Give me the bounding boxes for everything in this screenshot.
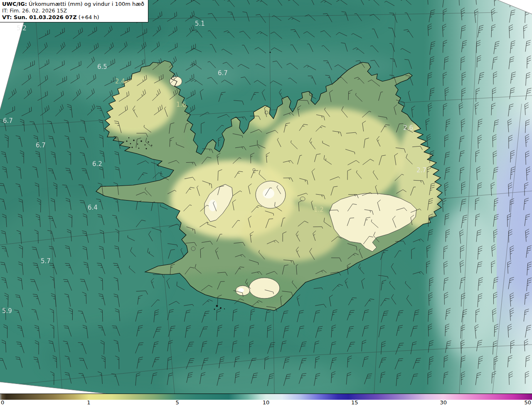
contour-label: 6.7 bbox=[218, 69, 228, 77]
title-box: UWC/IG: Úrkomumætti (mm) og vindur i 100… bbox=[0, 0, 148, 22]
weather-map: 5.25.16.56.72.41.66.72.66.76.22.76.41.25… bbox=[0, 0, 532, 394]
colorbar-tick-label: 1 bbox=[87, 399, 90, 406]
colorbar-tick-label: 5 bbox=[176, 399, 179, 406]
contour-label: 5.7 bbox=[41, 257, 51, 265]
colorbar-gradient bbox=[0, 394, 532, 400]
contour-label: 2.6 bbox=[403, 124, 413, 132]
contour-label: 6.5 bbox=[97, 63, 107, 71]
myrdalsjokull-glacier bbox=[249, 278, 280, 298]
contour-label: 6.7 bbox=[3, 117, 13, 125]
weather-map-viewport: 5.25.16.56.72.41.66.72.66.76.22.76.41.25… bbox=[0, 0, 532, 406]
colorbar-tick-label: 0 bbox=[1, 399, 4, 406]
valid-offset: (+64 h) bbox=[79, 14, 99, 20]
contour-label: 5.9 bbox=[2, 307, 12, 315]
contour-label: 5.2 bbox=[17, 24, 27, 32]
model-label: UWC/IG: bbox=[2, 1, 27, 7]
colorbar-tick-label: 50 bbox=[524, 399, 531, 406]
colorbar-scale: 01510153050 bbox=[0, 400, 532, 406]
contour-label: 5.1 bbox=[195, 20, 205, 27]
colorbar-tick-label: 10 bbox=[263, 399, 270, 406]
contour-label: 6.4 bbox=[88, 204, 98, 211]
product-title: Úrkomumætti (mm) og vindur i 100m hæð bbox=[29, 1, 144, 7]
contour-label: 2.7 bbox=[416, 166, 426, 174]
colorbar-tick-label: 30 bbox=[440, 399, 447, 406]
contour-label: 6.7 bbox=[36, 142, 46, 149]
init-time-line: IT: Fim. 26. 02. 2026 15Z bbox=[2, 7, 144, 14]
contour-label: 1.2 bbox=[314, 206, 324, 213]
contour-label: 2.4 bbox=[115, 78, 125, 85]
valid-time-line: VT: Sun. 01.03.2026 07Z (+64 h) bbox=[2, 14, 144, 21]
valid-time: VT: Sun. 01.03.2026 07Z bbox=[2, 14, 77, 20]
colorbar-tick-label: 15 bbox=[351, 399, 358, 406]
contour-label: 6.2 bbox=[92, 160, 102, 168]
map-title-line: UWC/IG: Úrkomumætti (mm) og vindur i 100… bbox=[2, 1, 144, 7]
contour-label: 1.6 bbox=[176, 101, 186, 108]
